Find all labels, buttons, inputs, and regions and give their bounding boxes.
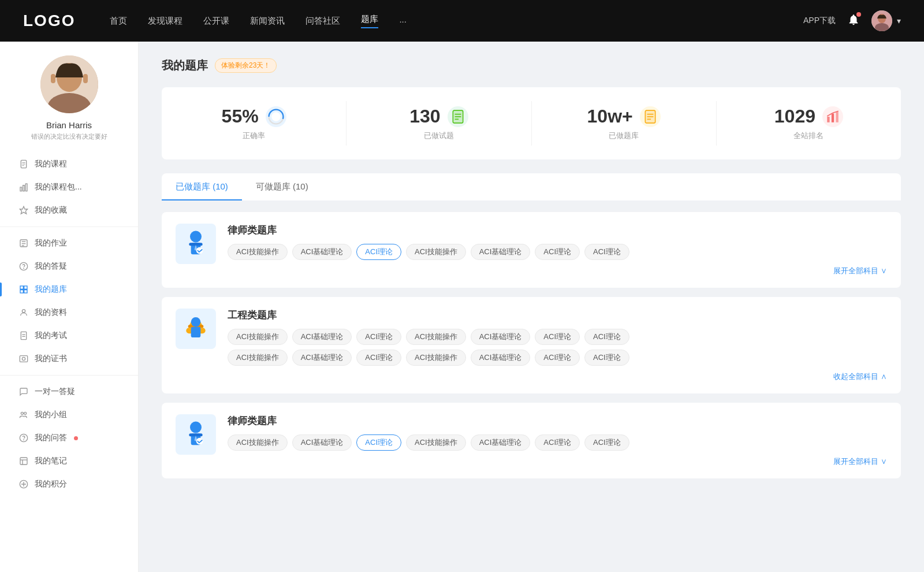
sidebar-item-label: 一对一答疑 xyxy=(35,387,75,397)
logo[interactable]: LOGO xyxy=(23,12,75,30)
sidebar-item-label: 我的小组 xyxy=(35,410,67,420)
stat-label-2: 已做试题 xyxy=(424,131,454,141)
note-icon xyxy=(18,456,29,466)
sidebar-item-group[interactable]: 我的小组 xyxy=(0,403,138,426)
sidebar-item-label: 我的课程 xyxy=(35,159,67,169)
stat-rank: 1029 全站排名 xyxy=(717,101,901,146)
sidebar-item-label: 我的笔记 xyxy=(35,456,67,466)
expand-link-1[interactable]: 展开全部科目 ∨ xyxy=(228,266,887,276)
tag[interactable]: ACI技能操作 xyxy=(406,350,466,366)
nav-home[interactable]: 首页 xyxy=(110,16,127,27)
tag[interactable]: ACI技能操作 xyxy=(228,329,288,345)
qbank-icon-lawyer xyxy=(176,224,216,264)
tag[interactable]: ACI基础理论 xyxy=(292,244,352,260)
tag[interactable]: ACI基础理论 xyxy=(471,244,531,260)
tag[interactable]: ACI理论 xyxy=(535,244,580,260)
svg-rect-6 xyxy=(51,74,55,83)
sidebar-item-notes[interactable]: 我的笔记 xyxy=(0,450,138,473)
tag[interactable]: ACI技能操作 xyxy=(228,350,288,366)
sidebar-item-courses[interactable]: 我的课程 xyxy=(0,153,138,176)
doc-icon xyxy=(18,330,29,341)
stat-label-3: 已做题库 xyxy=(609,131,639,141)
svg-point-42 xyxy=(271,112,281,121)
sidebar-item-1on1[interactable]: 一对一答疑 xyxy=(0,380,138,403)
tag[interactable]: ACI理论 xyxy=(584,244,629,260)
tags-row-2a: ACI技能操作 ACI基础理论 ACI理论 ACI技能操作 ACI基础理论 AC… xyxy=(228,329,887,345)
tag[interactable]: ACI基础理论 xyxy=(471,350,531,366)
svg-point-21 xyxy=(24,268,24,269)
avatar xyxy=(40,55,98,113)
tab-todo[interactable]: 可做题库 (10) xyxy=(242,173,322,200)
tag[interactable]: ACI理论 xyxy=(356,329,401,345)
nav-qa[interactable]: 问答社区 xyxy=(305,16,340,27)
tag[interactable]: ACI技能操作 xyxy=(228,244,288,260)
nav-open-course[interactable]: 公开课 xyxy=(203,16,229,27)
tag[interactable]: ACI技能操作 xyxy=(228,434,288,451)
expand-link-3[interactable]: 展开全部科目 ∨ xyxy=(228,456,887,467)
stat-done-banks: 10w+ 已做题库 xyxy=(532,101,717,146)
tag[interactable]: ACI理论 xyxy=(535,329,580,345)
tag[interactable]: ACI基础理论 xyxy=(292,350,352,366)
svg-point-31 xyxy=(22,357,25,360)
svg-point-65 xyxy=(190,422,202,433)
tag[interactable]: ACI基础理论 xyxy=(471,329,531,345)
nav-discover[interactable]: 发现课程 xyxy=(148,16,182,27)
user-name: Brian Harris xyxy=(46,120,92,130)
question-circle-icon xyxy=(18,261,29,272)
tag[interactable]: ACI理论 xyxy=(584,329,629,345)
tag[interactable]: ACI理论 xyxy=(356,350,401,366)
sidebar-item-favorites[interactable]: 我的收藏 xyxy=(0,199,138,222)
qbank-card-2: 工程类题库 ACI技能操作 ACI基础理论 ACI理论 ACI技能操作 ACI基… xyxy=(162,297,901,393)
tag[interactable]: ACI基础理论 xyxy=(292,434,352,451)
sidebar-item-label: 我的作业 xyxy=(35,238,67,248)
tag[interactable]: ACI技能操作 xyxy=(406,329,466,345)
stat-value: 55% xyxy=(222,106,259,127)
nav-qbank[interactable]: 题库 xyxy=(361,14,378,28)
navbar-right: APP下载 ▾ xyxy=(803,10,901,31)
nav-more[interactable]: ··· xyxy=(399,16,407,26)
tag[interactable]: ACI基础理论 xyxy=(292,329,352,345)
collapse-link-2[interactable]: 收起全部科目 ∧ xyxy=(228,372,887,382)
sidebar-item-label: 我的考试 xyxy=(35,330,67,341)
sidebar-item-profile[interactable]: 我的资料 xyxy=(0,301,138,324)
svg-rect-22 xyxy=(20,286,23,289)
doc-yellow-icon xyxy=(640,106,661,127)
sidebar-item-exam[interactable]: 我的考试 xyxy=(0,324,138,347)
tag-active[interactable]: ACI理论 xyxy=(356,434,401,451)
app-download-button[interactable]: APP下载 xyxy=(803,16,836,26)
tag[interactable]: ACI理论 xyxy=(535,350,580,366)
user-avatar-button[interactable]: ▾ xyxy=(871,10,901,31)
group-icon xyxy=(18,410,29,420)
sidebar-item-questions[interactable]: 我的问答 xyxy=(0,426,138,450)
tag-active[interactable]: ACI理论 xyxy=(356,244,401,260)
tag[interactable]: ACI技能操作 xyxy=(406,434,466,451)
stat-accuracy: 55% 正确率 xyxy=(162,101,346,146)
nav-news[interactable]: 新闻资讯 xyxy=(250,16,285,27)
tag[interactable]: ACI技能操作 xyxy=(406,244,466,260)
edit-icon xyxy=(18,238,29,248)
sidebar-item-homework[interactable]: 我的作业 xyxy=(0,232,138,255)
bar-icon xyxy=(18,182,29,192)
chat-icon xyxy=(18,387,29,397)
tag[interactable]: ACI理论 xyxy=(584,350,629,366)
qbank-content-2: 工程类题库 ACI技能操作 ACI基础理论 ACI理论 ACI技能操作 ACI基… xyxy=(228,309,887,382)
stat-label: 正确率 xyxy=(243,131,265,141)
tag[interactable]: ACI理论 xyxy=(584,434,629,451)
tag[interactable]: ACI基础理论 xyxy=(471,434,531,451)
sidebar-item-label: 我的证书 xyxy=(35,354,67,364)
notification-bell[interactable] xyxy=(847,13,860,28)
tab-done[interactable]: 已做题库 (10) xyxy=(162,173,242,200)
svg-rect-54 xyxy=(832,113,834,122)
svg-rect-14 xyxy=(25,184,27,191)
sidebar-item-certificate[interactable]: 我的证书 xyxy=(0,347,138,370)
sidebar-item-label: 我的题库 xyxy=(35,284,67,295)
tag[interactable]: ACI理论 xyxy=(535,434,580,451)
sidebar-item-points[interactable]: 我的积分 xyxy=(0,473,138,496)
sidebar-item-qbank[interactable]: 我的题库 xyxy=(0,278,138,301)
sidebar-item-label: 我的答疑 xyxy=(35,261,67,272)
main-content: 我的题库 体验剩余23天！ 55% 正确率 xyxy=(139,42,924,572)
points-icon xyxy=(18,479,29,489)
page-container: Brian Harris 错误的决定比没有决定要好 我的课程 我的课程包... xyxy=(0,42,924,572)
sidebar-item-qa-mine[interactable]: 我的答疑 xyxy=(0,255,138,278)
sidebar-item-packages[interactable]: 我的课程包... xyxy=(0,176,138,199)
